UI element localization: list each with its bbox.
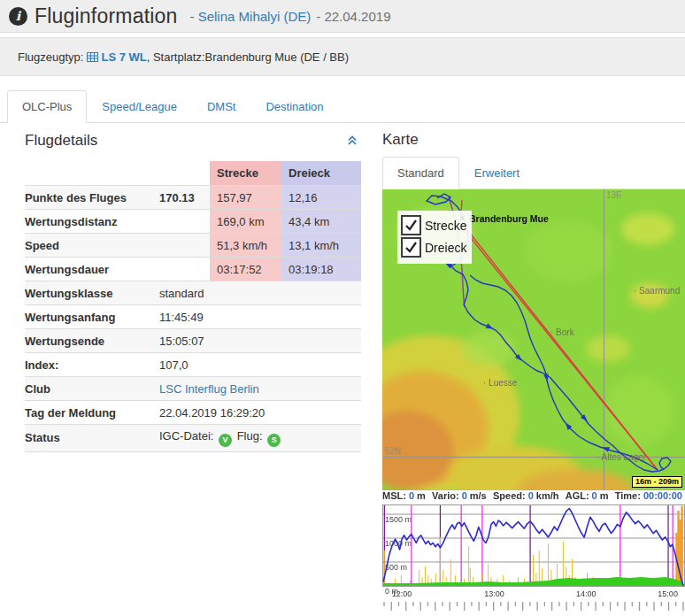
tab-map-standard[interactable]: Standard — [382, 157, 459, 189]
map-label: · Luesse — [483, 378, 518, 388]
row-label: Punkte des Fluges — [25, 186, 159, 210]
table-row: StatusIGC-Datei: V Flug: S — [25, 425, 361, 452]
table-row: Wertungsanfang11:45:49 — [25, 305, 361, 329]
karte-panel: Karte Standard Erweitert — [382, 131, 685, 149]
pilot-link[interactable]: - Selina Mihalyi (DE) — [190, 9, 312, 24]
telemetry-item: MSL:0m — [382, 490, 426, 503]
table-header-row: Strecke Dreieck — [25, 161, 361, 186]
telemetry-item: AGL:0m — [566, 490, 609, 503]
baro-x-label: 14:00 — [576, 589, 596, 598]
dreieck-value: 43,4 km — [281, 210, 361, 234]
flight-details-table: Strecke Dreieck Punkte des Fluges170.131… — [25, 161, 361, 452]
igc-valid-badge: V — [219, 434, 232, 447]
table-icon — [87, 52, 98, 62]
telemetry-item: Speed:0km/h — [493, 490, 559, 503]
row-label: Wertungsdistanz — [25, 210, 159, 234]
row-value: 11:45:49 — [159, 305, 361, 329]
collapse-panel-icon[interactable] — [347, 133, 358, 149]
map-label: 13E — [606, 190, 622, 200]
dreieck-value: 03:19:18 — [281, 258, 361, 281]
telemetry-value: 0 — [462, 490, 467, 501]
table-row: Wertungsende15:05:07 — [25, 329, 361, 353]
row-label: Tag der Meldung — [25, 401, 159, 425]
table-row: ClubLSC Interflug Berlin — [25, 377, 361, 401]
map-label: Brandenburg Mue — [469, 213, 549, 224]
page-header: i Fluginformation - Selina Mihalyi (DE) … — [0, 0, 685, 33]
karte-title: Karte — [382, 131, 419, 148]
baro-y-label: 1500 m — [385, 515, 412, 524]
row-value: standard — [159, 281, 361, 305]
map-label: · Bork — [550, 327, 575, 337]
karte-tab-bar: Standard Erweitert — [382, 158, 685, 189]
barogram[interactable]: 1500 m1000 m500 m0 m12:0013:0014:0015:00 — [382, 504, 685, 616]
column-strecke: Strecke — [210, 161, 281, 186]
column-dreieck: Dreieck — [281, 161, 361, 186]
table-row: Wertungsdauer03:17:5203:19:18 — [25, 258, 361, 281]
map-label: 52N — [385, 446, 401, 456]
table-row: Index:107,0 — [25, 353, 361, 377]
telemetry-statusbar: MSL:0mVario:0m/sSpeed:0km/hAGL:0mTime:00… — [382, 490, 685, 503]
plane-type-label: Flugzeugtyp: — [18, 50, 83, 64]
tab-destination[interactable]: Destination — [250, 90, 338, 123]
baro-x-label: 15:00 — [658, 589, 678, 598]
table-row: Speed51,3 km/h13,1 km/h — [25, 234, 361, 258]
row-label: Wertungsklasse — [25, 281, 159, 305]
row-value — [159, 210, 210, 234]
main-tab-bar: OLC-Plus Speed/League DMSt Destination — [0, 90, 685, 123]
flight-status-badge: S — [267, 434, 281, 447]
tab-map-erweitert[interactable]: Erweitert — [459, 157, 535, 189]
row-value: 15:05:07 — [159, 329, 361, 353]
row-value: 170.13 — [159, 186, 210, 210]
info-icon: i — [9, 7, 27, 26]
strecke-value: 157,97 — [210, 186, 281, 210]
dreieck-checkbox[interactable] — [401, 237, 421, 258]
row-label: Wertungsende — [25, 329, 159, 353]
row-value — [159, 234, 210, 258]
strecke-value: 169,0 km — [210, 210, 281, 234]
flight-meta-bar: Flugzeugtyp: LS 7 WL , Startplatz:Brande… — [0, 37, 685, 76]
table-row: Tag der Meldung22.04.2019 16:29:20 — [25, 401, 361, 425]
table-row: Wertungsklassestandard — [25, 281, 361, 305]
strecke-value: 51,3 km/h — [210, 234, 281, 258]
telemetry-item: Time:00:00:00 — [615, 490, 685, 503]
row-label: Speed — [25, 234, 159, 258]
map-layer-toggle-panel: Strecke Dreieck — [397, 211, 472, 264]
row-value[interactable]: LSC Interflug Berlin — [159, 377, 361, 401]
strecke-checkbox-label: Strecke — [425, 219, 466, 233]
tab-speed-league[interactable]: Speed/League — [87, 90, 192, 123]
flight-map[interactable]: Brandenburg Mue· Saarmund· Bork· Luesse·… — [382, 189, 685, 490]
checkmark-icon — [404, 219, 418, 232]
row-value — [159, 258, 210, 281]
row-label: Wertungsdauer — [25, 258, 159, 281]
table-row: Wertungsdistanz169,0 km43,4 km — [25, 210, 361, 234]
telemetry-value: 0 — [409, 490, 414, 501]
baro-y-label: 500 m — [385, 563, 407, 572]
flight-date: - 22.04.2019 — [316, 9, 390, 24]
row-label: Index: — [25, 353, 159, 377]
strecke-checkbox[interactable] — [401, 215, 421, 235]
map-scale-badge: 16m - 209m — [632, 476, 682, 488]
telemetry-value: 00:00:00 — [643, 490, 682, 501]
row-value: IGC-Datei: V Flug: S — [159, 425, 361, 452]
dreieck-value: 13,1 km/h — [281, 234, 361, 258]
table-row: Punkte des Fluges170.13157,9712,16 — [25, 186, 361, 210]
dreieck-checkbox-label: Dreieck — [425, 241, 466, 255]
telemetry-value: 0 — [528, 490, 534, 501]
row-label: Wertungsanfang — [25, 305, 159, 329]
map-label: · Altes Lager — [596, 452, 647, 462]
map-label: · Saarmund — [634, 286, 680, 296]
row-label: Club — [25, 377, 159, 401]
tab-olc-plus[interactable]: OLC-Plus — [7, 90, 87, 123]
plane-type-text: LS 7 WL — [101, 50, 146, 64]
row-value: 107,0 — [159, 353, 361, 377]
checkmark-icon — [404, 241, 418, 254]
page-title: Fluginformation — [35, 4, 178, 28]
club-link[interactable]: LSC Interflug Berlin — [159, 382, 259, 396]
tab-dmst[interactable]: DMSt — [192, 90, 251, 123]
dreieck-value: 12,16 — [281, 186, 361, 210]
startplace-text: , Startplatz:Brandenburg Mue (DE / BB) — [147, 50, 349, 64]
plane-type-link[interactable]: LS 7 WL — [87, 50, 146, 64]
row-value: 22.04.2019 16:29:20 — [159, 401, 361, 425]
row-label: Status — [25, 425, 159, 452]
baro-x-label: 13:00 — [484, 589, 504, 598]
